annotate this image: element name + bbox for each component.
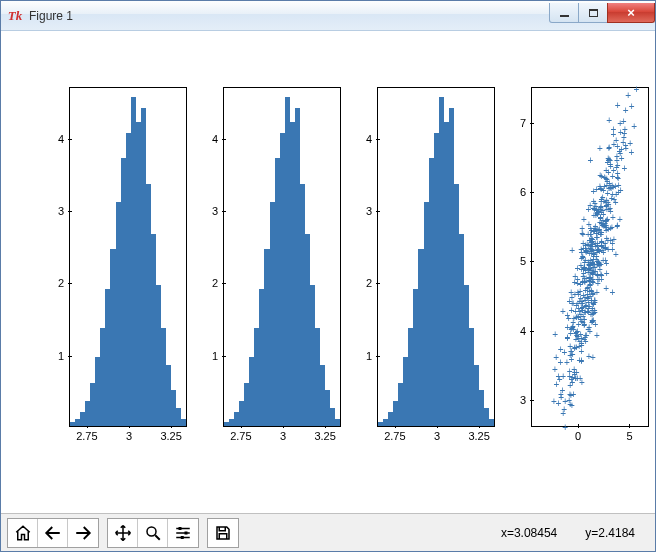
scatter-point: + — [586, 274, 593, 281]
y-tick: 3 — [520, 394, 526, 406]
y-tick-mark — [68, 356, 72, 357]
x-tick: 2.75 — [384, 430, 405, 442]
y-tick: 3 — [58, 205, 64, 217]
y-axis: 34567 — [502, 88, 530, 426]
x-axis: 2.7533.25 — [70, 428, 186, 446]
y-tick: 2 — [58, 277, 64, 289]
close-button[interactable]: × — [607, 3, 655, 23]
minimize-button[interactable] — [549, 3, 579, 23]
nav-toolbar: x=3.08454 y=2.4184 — [1, 513, 655, 551]
scatter-point: + — [605, 157, 612, 164]
scatter-point: + — [616, 215, 623, 222]
y-tick-mark — [530, 400, 534, 401]
y-tick: 6 — [520, 186, 526, 198]
scatter-point: + — [598, 239, 605, 246]
x-axis: 2.7533.25 — [224, 428, 340, 446]
y-tick-mark — [68, 211, 72, 212]
x-tick: 3.25 — [314, 430, 335, 442]
x-tick: 5 — [626, 430, 632, 442]
y-tick: 4 — [520, 325, 526, 337]
scatter-point: + — [569, 247, 576, 254]
y-axis: 1234 — [348, 88, 376, 426]
close-icon: × — [627, 6, 635, 19]
scatter-point: + — [553, 354, 560, 361]
hist-bar — [335, 419, 340, 426]
home-button[interactable] — [8, 519, 38, 547]
y-tick: 2 — [366, 277, 372, 289]
scatter-point: + — [572, 375, 579, 382]
scatter-point: + — [628, 103, 635, 110]
configure-button[interactable] — [168, 519, 198, 547]
subplot-0: 12342.7533.25 — [69, 87, 187, 427]
x-tick: 2.75 — [76, 430, 97, 442]
scatter-point: + — [610, 236, 617, 243]
pan-button[interactable] — [108, 519, 138, 547]
scatter-point: + — [610, 130, 617, 137]
scatter-point: + — [568, 324, 575, 331]
titlebar[interactable]: Tk Figure 1 × — [1, 1, 655, 31]
pan-icon — [114, 524, 132, 542]
x-tick-mark — [629, 424, 630, 428]
y-tick-mark — [530, 331, 534, 332]
x-tick: 3 — [280, 430, 286, 442]
scatter-point: + — [589, 258, 596, 265]
y-tick: 4 — [212, 133, 218, 145]
minimize-icon — [560, 15, 569, 17]
y-tick: 5 — [520, 255, 526, 267]
y-tick-mark — [530, 192, 534, 193]
tool-group-save — [207, 518, 239, 548]
y-axis: 1234 — [194, 88, 222, 426]
window-controls: × — [550, 3, 655, 23]
hist-bar — [489, 419, 494, 426]
maximize-button[interactable] — [578, 3, 608, 23]
scatter-point: + — [570, 391, 577, 398]
scatter-point: + — [601, 173, 608, 180]
x-axis: 2.7533.25 — [378, 428, 494, 446]
back-icon — [44, 524, 62, 542]
scatter-point: + — [615, 175, 622, 182]
scatter-point: + — [586, 323, 593, 330]
y-tick-mark — [376, 211, 380, 212]
scatter-point: + — [590, 212, 597, 219]
back-button[interactable] — [38, 519, 68, 547]
scatter-point: + — [577, 288, 584, 295]
y-tick-mark — [68, 283, 72, 284]
y-tick-mark — [376, 139, 380, 140]
y-tick-mark — [222, 139, 226, 140]
scatter-point: + — [578, 358, 585, 365]
scatter-point: + — [571, 279, 578, 286]
scatter-point: + — [594, 332, 601, 339]
plot-grid: 12342.7533.2512342.7533.2512342.7533.253… — [39, 87, 641, 467]
home-icon — [14, 524, 32, 542]
y-tick-mark — [222, 356, 226, 357]
save-icon — [214, 524, 232, 542]
scatter-point: + — [614, 162, 621, 169]
scatter-point: + — [622, 107, 629, 114]
scatter-point: + — [631, 123, 638, 130]
scatter-point: + — [603, 284, 610, 291]
y-tick: 7 — [520, 117, 526, 129]
scatter-point: + — [602, 219, 609, 226]
zoom-button[interactable] — [138, 519, 168, 547]
forward-button[interactable] — [68, 519, 98, 547]
y-tick-mark — [222, 283, 226, 284]
scatter-point: + — [560, 410, 567, 417]
figure-canvas[interactable]: 12342.7533.2512342.7533.2512342.7533.253… — [1, 31, 655, 513]
subplot-1: 12342.7533.25 — [223, 87, 341, 427]
scatter-point: + — [633, 85, 640, 92]
save-button[interactable] — [208, 519, 238, 547]
scatter-point: + — [607, 208, 614, 215]
x-tick: 3 — [434, 430, 440, 442]
svg-rect-2 — [185, 531, 188, 534]
tk-icon: Tk — [7, 8, 23, 24]
scatter-point: + — [609, 289, 616, 296]
y-tick: 4 — [58, 133, 64, 145]
scatter-point: + — [564, 334, 571, 341]
scatter-point: + — [615, 188, 622, 195]
sliders-icon — [174, 524, 192, 542]
x-tick: 3.25 — [160, 430, 181, 442]
status-y: y=2.4184 — [585, 526, 635, 540]
x-tick-mark — [578, 424, 579, 428]
scatter-point: + — [552, 331, 559, 338]
svg-rect-3 — [181, 536, 184, 539]
